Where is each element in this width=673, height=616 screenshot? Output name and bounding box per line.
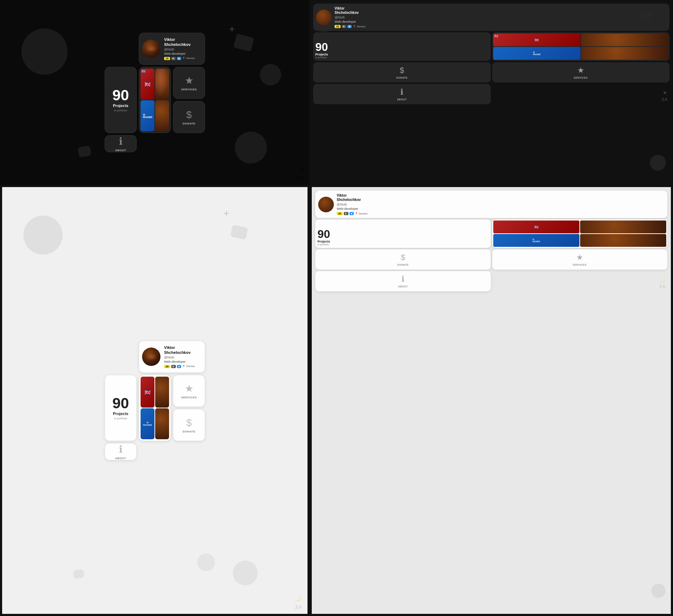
sb-services-label-light: SERVICES <box>573 264 587 266</box>
star-icon-light: ★ <box>185 383 194 394</box>
avatar-light <box>142 347 161 366</box>
sb-profile-name-light: ViktorShchelochkov <box>337 193 367 202</box>
sb-translate-icon[interactable]: 文A <box>661 97 667 102</box>
sb-num-dark: 90 <box>315 41 328 53</box>
tag-blue-light: ■ <box>177 365 181 368</box>
tag-blue: ■ <box>177 57 181 60</box>
profile-card-light[interactable]: ViktorShchelochkov @hloth Web-developer … <box>139 341 205 373</box>
about-card[interactable]: ℹ ABOUT <box>105 135 137 152</box>
sb-donate-light[interactable]: $ DONATE <box>315 249 491 270</box>
sb-about-row-dark: ℹ ABOUT ☀ 文A <box>313 84 669 104</box>
sb-services-dark[interactable]: ★ SERVICES <box>492 62 670 83</box>
services-card-light[interactable]: ★ SERVICES <box>173 375 205 407</box>
profile-handle: @hloth <box>164 48 202 51</box>
sb-profile-light[interactable]: ViktorShchelochkov @hloth Web-developer … <box>315 191 667 218</box>
profile-role-light: Web-developer <box>164 360 195 363</box>
portfolio-number-light: 90 <box>112 396 129 411</box>
thumb-3-light: SIPACKER <box>141 408 154 439</box>
donate-label: DONATE <box>183 122 195 125</box>
sidebar-dark: ViktorShchelochkov @hloth Web-developer … <box>310 0 673 185</box>
translate-icon-bl[interactable]: 文A <box>295 604 302 610</box>
thumb-2-light <box>155 377 169 408</box>
sb-handle-dark: @hloth <box>335 16 365 19</box>
sb-star-icon-light: ★ <box>576 253 583 262</box>
sb-role-light: Web-developer <box>337 207 367 211</box>
sb-avatar-dark <box>316 10 332 25</box>
sb-donate-label-dark: DONATE <box>396 76 408 79</box>
sb-tag-loc: 📍 Samara <box>353 25 365 28</box>
donate-card-light[interactable]: $ DONATE <box>173 409 205 441</box>
sb-donate-label-light: DONATE <box>397 264 409 266</box>
donate-card[interactable]: $ DONATE <box>173 101 205 133</box>
sb-about-row-light: ℹ ABOUT 🌙 文A <box>315 271 667 291</box>
sb-bottom-dark: $ DONATE ★ SERVICES <box>313 62 669 83</box>
sb-corner-dark: ☀ 文A <box>492 84 670 104</box>
thumbnails-card[interactable]: 🇬🇧 SIPACKER <box>139 67 171 133</box>
sb-profile-dark[interactable]: ViktorShchelochkov @hloth Web-developer … <box>313 4 669 31</box>
profile-card[interactable]: Viktor Shchelochkov @hloth Web-developer… <box>139 33 205 65</box>
sb-label-dark: Projects <box>315 53 328 56</box>
thumb-4 <box>155 100 169 131</box>
sb-thumbs-light[interactable]: 🇬🇧 SIPACKER <box>492 219 668 248</box>
deco-circle-1 <box>21 28 68 75</box>
sb-handle-light: @hloth <box>337 203 367 206</box>
sb-info-icon-light: ℹ <box>401 275 404 284</box>
tag-js-light: JS <box>164 365 170 368</box>
tag-k: K <box>171 57 176 60</box>
profile-role: Web-developer <box>164 52 202 55</box>
services-label-light: SERVICES <box>181 396 197 399</box>
portfolio-sublabel: in portfolio <box>114 109 127 112</box>
sb-about-light[interactable]: ℹ ABOUT <box>315 271 491 291</box>
sb-sun-icon[interactable]: ☀ <box>663 90 667 96</box>
translate-icon-tl[interactable]: 文A <box>297 175 304 181</box>
bottom-right-panel: ViktorShchelochkov @hloth Web-developer … <box>310 185 673 616</box>
sb-avatar-light <box>318 197 334 212</box>
services-label: SERVICES <box>181 88 197 91</box>
services-card[interactable]: ★ SERVICES <box>173 67 205 99</box>
tag-location: 📍 Samara <box>182 57 195 60</box>
sb-role-dark: Web-developer <box>335 20 365 23</box>
sb-services-light[interactable]: ★ SERVICES <box>492 249 668 270</box>
deco-rect-2 <box>78 145 91 158</box>
sun-icon-tl[interactable]: ☀ <box>299 166 304 173</box>
sb-services-label-dark: SERVICES <box>574 76 588 79</box>
deco-rect-1 <box>233 33 254 52</box>
sb-dollar-icon: $ <box>400 66 404 75</box>
sb-middle-light: 90 Projects in portfolio 🇬🇧 SIPACKER <box>315 219 667 248</box>
sb-label-light: Projects <box>317 240 330 243</box>
tag-k-light: K <box>171 365 176 368</box>
top-left-panel: + Viktor Shchelochkov @hloth Web-develop… <box>0 0 310 185</box>
sb-thumb2 <box>581 33 668 46</box>
thumb-3: SIPACKER <box>141 100 154 131</box>
portfolio-number: 90 <box>112 88 129 103</box>
thumb-1: 🇬🇧 <box>141 69 154 100</box>
bottom-left-panel: + ViktorShchelochkov @hloth Web-develope… <box>0 185 310 616</box>
portfolio-card-light[interactable]: 90 Projects in portfolio <box>105 375 137 441</box>
thumb-1-light: 🇬🇧 <box>141 377 154 408</box>
moon-icon-bl[interactable]: 🌙 <box>295 595 302 602</box>
profile-tags: JS K ■ 📍 Samara <box>164 57 202 60</box>
thumbnails-card-light[interactable]: 🇬🇧 SIPACKER <box>139 375 171 441</box>
sb-info-icon: ℹ <box>400 87 403 97</box>
sb-tag-js: JS <box>335 25 341 28</box>
sb-tag-k: K <box>342 25 346 28</box>
portfolio-sublabel-light: in portfolio <box>114 417 127 420</box>
thumb-2 <box>155 69 169 100</box>
sb-tags-dark: JS K ■ 📍 Samara <box>335 25 365 28</box>
deco-circle-bl2 <box>233 561 258 585</box>
about-label: ABOUT <box>115 149 126 152</box>
sb-moon-icon[interactable]: 🌙 <box>659 277 665 283</box>
sb-portfolio-dark[interactable]: 90 Projects in portfolio <box>313 32 491 61</box>
sb-translate-icon-light[interactable]: 文A <box>659 284 665 289</box>
info-icon: ℹ <box>119 136 123 147</box>
sb-portfolio-light[interactable]: 90 Projects in portfolio <box>315 219 491 248</box>
sb-thumbs-dark[interactable]: 🇬🇧 SIPACKER <box>492 32 670 61</box>
sb-about-dark[interactable]: ℹ ABOUT <box>313 84 491 104</box>
portfolio-card[interactable]: 90 Projects in portfolio <box>105 67 137 133</box>
about-label-light: ABOUT <box>115 457 126 460</box>
sb-bottom-light: $ DONATE ★ SERVICES <box>315 249 667 270</box>
sb-donate-dark[interactable]: $ DONATE <box>313 62 491 83</box>
deco-circle-2 <box>235 132 267 164</box>
about-card-light[interactable]: ℹ ABOUT <box>105 443 137 460</box>
sb-tag-blue-light: ■ <box>349 212 354 215</box>
